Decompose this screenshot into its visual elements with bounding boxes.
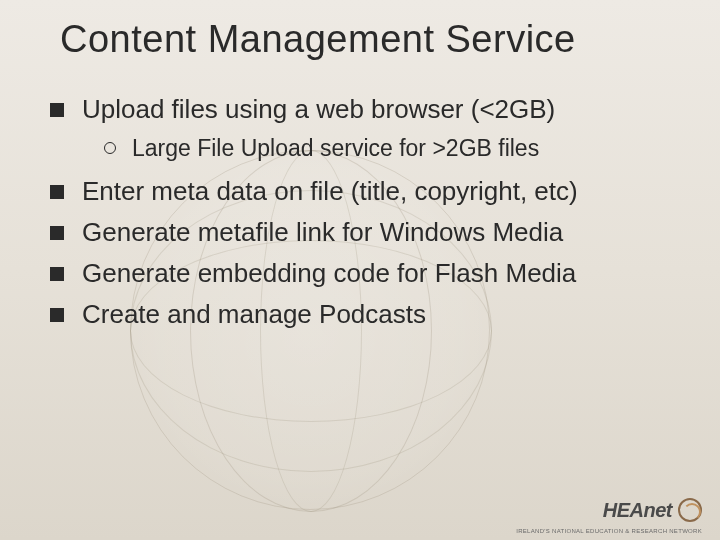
list-item: Upload files using a web browser (<2GB): [50, 92, 670, 127]
list-item: Create and manage Podcasts: [50, 297, 670, 332]
list-sub-item-text: Large File Upload service for >2GB files: [132, 133, 539, 164]
logo-text: HEAnet: [603, 499, 672, 522]
heanet-logo: HEAnet: [603, 498, 702, 522]
list-sub-item: Large File Upload service for >2GB files: [104, 133, 670, 164]
square-bullet-icon: [50, 103, 64, 117]
list-item: Enter meta data on file (title, copyrigh…: [50, 174, 670, 209]
list-item-text: Generate metafile link for Windows Media: [82, 215, 563, 250]
circle-bullet-icon: [104, 142, 116, 154]
list-item: Generate embedding code for Flash Media: [50, 256, 670, 291]
square-bullet-icon: [50, 308, 64, 322]
list-item-text: Generate embedding code for Flash Media: [82, 256, 576, 291]
square-bullet-icon: [50, 267, 64, 281]
list-item-text: Upload files using a web browser (<2GB): [82, 92, 555, 127]
logo-tagline: IRELAND'S NATIONAL EDUCATION & RESEARCH …: [516, 528, 702, 534]
list-item-text: Enter meta data on file (title, copyrigh…: [82, 174, 578, 209]
swirl-icon: [678, 498, 702, 522]
square-bullet-icon: [50, 226, 64, 240]
square-bullet-icon: [50, 185, 64, 199]
slide-title: Content Management Service: [60, 18, 576, 61]
list-item: Generate metafile link for Windows Media: [50, 215, 670, 250]
slide: Content Management Service Upload files …: [0, 0, 720, 540]
list-item-text: Create and manage Podcasts: [82, 297, 426, 332]
bullet-list: Upload files using a web browser (<2GB) …: [50, 92, 670, 339]
